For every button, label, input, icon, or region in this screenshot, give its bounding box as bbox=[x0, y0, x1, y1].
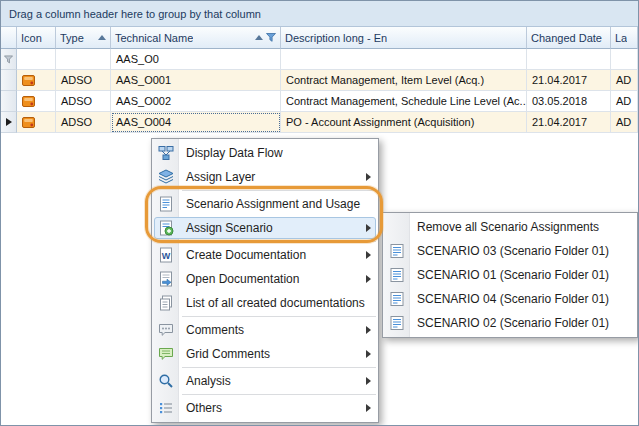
menu-separator bbox=[182, 394, 376, 395]
list-icon bbox=[152, 400, 179, 416]
filter-cell-changed-date[interactable] bbox=[527, 49, 611, 70]
row-icon-cell[interactable] bbox=[17, 70, 56, 91]
submenu-arrow-icon bbox=[366, 275, 371, 283]
grid-header-row: Icon Type Technical Name Description lon… bbox=[1, 27, 638, 49]
changed-date-cell[interactable]: 03.05.2018 bbox=[527, 91, 611, 112]
submenu-arrow-icon bbox=[366, 377, 371, 385]
menu-item-comments[interactable]: Comments bbox=[152, 318, 378, 342]
submenu-item-scenario-03[interactable]: SCENARIO 03 (Scenario Folder 01) bbox=[383, 239, 637, 263]
sort-asc-icon bbox=[255, 35, 263, 40]
menu-separator bbox=[182, 316, 376, 317]
last-cell[interactable]: AD bbox=[611, 91, 638, 112]
column-header-description[interactable]: Description long - En bbox=[281, 27, 527, 49]
filter-cell-type[interactable] bbox=[56, 49, 111, 70]
table-row: ADSO AAS_O002 Contract Management, Sched… bbox=[1, 91, 638, 112]
column-header-type[interactable]: Type bbox=[56, 27, 111, 49]
technical-name-cell-selected[interactable]: AAS_O004 bbox=[111, 112, 281, 133]
comment-bubble-icon bbox=[152, 322, 179, 338]
filter-row: AAS_O0 bbox=[1, 49, 638, 70]
menu-item-assign-scenario[interactable]: Assign Scenario bbox=[152, 216, 378, 240]
column-header-changed-date[interactable]: Changed Date bbox=[527, 27, 611, 49]
scenario-list-icon bbox=[383, 243, 410, 259]
submenu-item-scenario-04[interactable]: SCENARIO 04 (Scenario Folder 01) bbox=[383, 287, 637, 311]
description-cell[interactable]: Contract Management, Schedule Line Level… bbox=[281, 91, 527, 112]
submenu-item-scenario-01[interactable]: SCENARIO 01 (Scenario Folder 01) bbox=[383, 263, 637, 287]
column-header-icon[interactable]: Icon bbox=[17, 27, 56, 49]
header-indicator-cell bbox=[1, 27, 17, 49]
submenu-item-remove-all-scenario-assignments[interactable]: Remove all Scenario Assignments bbox=[383, 215, 637, 239]
submenu-arrow-icon bbox=[366, 173, 371, 181]
scenario-submenu: Remove all Scenario Assignments SCENARIO… bbox=[382, 212, 638, 338]
assign-scenario-icon bbox=[152, 220, 179, 236]
menu-item-analysis[interactable]: Analysis bbox=[152, 369, 378, 393]
scenario-list-icon bbox=[383, 315, 410, 331]
row-focus-arrow-icon bbox=[6, 118, 12, 126]
changed-date-cell[interactable]: 21.04.2017 bbox=[527, 112, 611, 133]
filter-cell-icon[interactable] bbox=[17, 49, 56, 70]
submenu-item-scenario-02[interactable]: SCENARIO 02 (Scenario Folder 01) bbox=[383, 311, 637, 335]
technical-name-cell[interactable]: AAS_O001 bbox=[111, 70, 281, 91]
column-header-technical-name[interactable]: Technical Name bbox=[111, 27, 281, 49]
description-cell[interactable]: Contract Management, Item Level (Acq.) bbox=[281, 70, 527, 91]
row-indicator[interactable] bbox=[1, 112, 17, 133]
menu-item-others[interactable]: Others bbox=[152, 396, 378, 420]
menu-item-create-documentation[interactable]: W Create Documentation bbox=[152, 243, 378, 267]
scenario-usage-icon bbox=[152, 196, 179, 212]
magnifier-icon bbox=[152, 373, 179, 389]
menu-separator bbox=[182, 367, 376, 368]
scenario-list-icon bbox=[383, 267, 410, 283]
filter-edit-icon bbox=[4, 55, 13, 64]
copy-pages-icon bbox=[152, 295, 179, 311]
submenu-arrow-icon bbox=[366, 350, 371, 358]
group-by-panel[interactable]: Drag a column header here to group by th… bbox=[1, 1, 638, 27]
filter-funnel-icon[interactable] bbox=[266, 33, 276, 42]
word-document-icon: W bbox=[152, 247, 179, 263]
changed-date-cell[interactable]: 21.04.2017 bbox=[527, 70, 611, 91]
menu-item-scenario-assignment-and-usage[interactable]: Scenario Assignment and Usage bbox=[152, 192, 378, 216]
scenario-list-icon bbox=[383, 291, 410, 307]
adso-icon bbox=[22, 95, 35, 108]
filter-cell-last[interactable] bbox=[611, 49, 638, 70]
description-cell[interactable]: PO - Account Assignment (Acquisition) bbox=[281, 112, 527, 133]
context-menu: Display Data Flow Assign Layer Scenario … bbox=[151, 138, 379, 423]
layers-icon bbox=[152, 169, 179, 185]
column-header-last[interactable]: La bbox=[611, 27, 638, 49]
last-cell[interactable]: AD bbox=[611, 112, 638, 133]
table-row: ADSO AAS_O004 PO - Account Assignment (A… bbox=[1, 112, 638, 133]
open-document-icon bbox=[152, 271, 179, 287]
row-icon-cell[interactable] bbox=[17, 91, 56, 112]
type-cell[interactable]: ADSO bbox=[56, 70, 111, 91]
submenu-arrow-icon bbox=[366, 326, 371, 334]
menu-item-list-of-created-documentations[interactable]: List of all created documentations bbox=[152, 291, 378, 315]
svg-text:W: W bbox=[161, 251, 170, 261]
grid-window: Drag a column header here to group by th… bbox=[0, 0, 639, 426]
menu-separator bbox=[182, 190, 376, 191]
menu-item-grid-comments[interactable]: Grid Comments bbox=[152, 342, 378, 366]
menu-item-open-documentation[interactable]: Open Documentation bbox=[152, 267, 378, 291]
submenu-arrow-icon bbox=[366, 404, 371, 412]
filter-cell-description[interactable] bbox=[281, 49, 527, 70]
grid-comment-icon bbox=[152, 346, 179, 362]
filter-row-indicator[interactable] bbox=[1, 49, 17, 70]
type-cell[interactable]: ADSO bbox=[56, 91, 111, 112]
row-icon-cell[interactable] bbox=[17, 112, 56, 133]
menu-item-assign-layer[interactable]: Assign Layer bbox=[152, 165, 378, 189]
type-cell[interactable]: ADSO bbox=[56, 112, 111, 133]
technical-name-cell[interactable]: AAS_O002 bbox=[111, 91, 281, 112]
data-flow-icon bbox=[152, 145, 179, 161]
menu-item-display-data-flow[interactable]: Display Data Flow bbox=[152, 141, 378, 165]
menu-separator bbox=[182, 241, 376, 242]
row-indicator[interactable] bbox=[1, 70, 17, 91]
adso-icon bbox=[22, 74, 35, 87]
sort-asc-icon bbox=[98, 35, 106, 40]
submenu-arrow-icon bbox=[366, 251, 371, 259]
adso-icon bbox=[22, 116, 35, 129]
filter-cell-technical-name[interactable]: AAS_O0 bbox=[111, 49, 281, 70]
table-row: ADSO AAS_O001 Contract Management, Item … bbox=[1, 70, 638, 91]
submenu-arrow-icon bbox=[366, 224, 371, 232]
row-indicator[interactable] bbox=[1, 91, 17, 112]
last-cell[interactable]: AD bbox=[611, 70, 638, 91]
